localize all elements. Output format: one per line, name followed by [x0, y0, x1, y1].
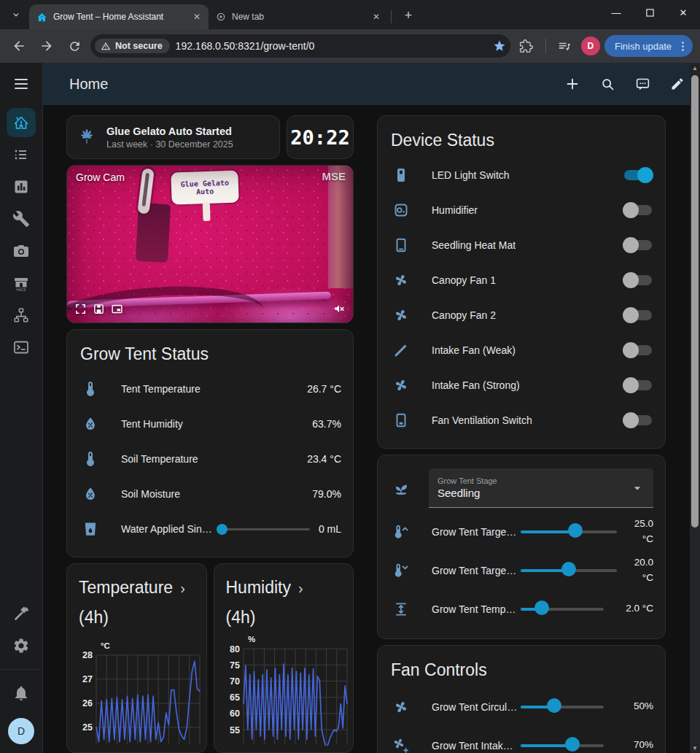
status-row[interactable]: Soil Temperature 23.4 °C [79, 441, 341, 476]
device-toggle[interactable] [623, 236, 653, 254]
water-percent-icon [82, 485, 99, 503]
address-bar[interactable]: Not secure 192.168.0.50:8321/grow-tent/0 [90, 34, 510, 58]
sidebar-item-network[interactable] [7, 301, 36, 330]
temperature-chart-card[interactable]: Temperature› (4h) 28272625°C [66, 563, 207, 753]
status-label: Soil Temperature [121, 453, 198, 465]
browser-menu-icon[interactable] [677, 42, 688, 51]
close-window-button[interactable]: ✕ [666, 0, 700, 25]
sidebar-item-camera[interactable] [7, 236, 36, 266]
water-applied-slider[interactable] [217, 522, 310, 536]
forward-button[interactable] [35, 34, 58, 58]
device-row[interactable]: Humidifier [389, 193, 653, 228]
finish-update-button[interactable]: Finish update [604, 35, 693, 57]
fan-speed-slider[interactable] [521, 735, 604, 753]
sidebar-item-notifications[interactable] [7, 679, 36, 708]
stage-target-slider[interactable] [521, 599, 604, 619]
tab-grow-tent[interactable]: Grow Tent – Home Assistant ✕ [29, 4, 209, 29]
grow-tent-stage-select[interactable]: Grow Tent Stage Seedling [429, 468, 653, 508]
device-toggle[interactable] [623, 201, 653, 219]
volume-mute-icon[interactable] [332, 302, 346, 318]
dashboard-content: Glue Gelato Auto Started Last week · 30 … [43, 105, 700, 753]
tab-search-button[interactable] [6, 4, 26, 25]
tab-close-icon[interactable]: ✕ [370, 11, 382, 23]
humidity-chart-card[interactable]: Humidity› (4h) 807570656055% [214, 563, 354, 753]
sidebar: HACS D [0, 63, 43, 753]
page-title: Home [69, 76, 108, 93]
assist-button[interactable] [630, 72, 655, 96]
sidebar-item-home-assistant[interactable] [7, 108, 36, 137]
device-toggle[interactable] [623, 306, 653, 324]
sidebar-menu-button[interactable] [0, 63, 42, 105]
scrollbar-thumb[interactable] [691, 75, 699, 528]
status-row[interactable]: Tent Temperature 26.7 °C [79, 371, 341, 406]
bookmark-star-icon[interactable] [493, 39, 506, 53]
fan-speed-row: Grow Tent Circula… 50% [389, 687, 653, 726]
device-toggle[interactable] [623, 271, 653, 289]
sidebar-item-hammer[interactable] [7, 599, 36, 628]
fan-card-title: Fan Controls [391, 660, 653, 680]
wrench-icon [12, 210, 30, 228]
sidebar-item-hacs[interactable]: HACS [7, 269, 36, 298]
security-chip[interactable]: Not secure [95, 39, 170, 53]
device-label: Intake Fan (Weak) [432, 344, 516, 356]
search-button[interactable] [595, 72, 620, 96]
fan-speed-slider[interactable] [521, 697, 604, 717]
device-toggle[interactable] [623, 341, 653, 359]
refresh-button[interactable] [63, 34, 86, 58]
scroll-up-arrow[interactable]: ▲ [692, 63, 698, 73]
tab-new-tab[interactable]: New tab ✕ [209, 4, 388, 29]
sidebar-item-terminal[interactable] [7, 333, 36, 362]
sidebar-item-wrench[interactable] [7, 204, 36, 233]
status-row[interactable]: Water Applied Sin… 0 mL [79, 511, 341, 547]
maximize-button[interactable] [633, 0, 666, 25]
sidebar-item-history-chart[interactable] [7, 172, 36, 201]
picture-in-picture-icon[interactable] [111, 303, 123, 318]
svg-text:%: % [248, 635, 255, 644]
page-scrollbar[interactable]: ▲ ▼ [690, 63, 700, 753]
fullscreen-icon[interactable] [74, 303, 87, 318]
new-tab-button[interactable]: + [399, 6, 418, 25]
device-row[interactable]: Fan Ventilation Switch [389, 403, 653, 438]
sidebar-item-todo-list[interactable] [7, 140, 36, 169]
heat-mat-icon [392, 236, 410, 254]
profile-avatar[interactable]: D [581, 36, 600, 55]
device-row[interactable]: LED Light Switch [389, 158, 653, 193]
tab-close-icon[interactable]: ✕ [191, 11, 203, 23]
device-row[interactable]: Canopy Fan 1 [389, 263, 653, 298]
status-label: Soil Moisture [121, 488, 180, 500]
status-row[interactable]: Tent Humidity 63.7% [79, 406, 341, 441]
edit-dashboard-button[interactable] [665, 72, 690, 96]
stage-target-slider[interactable] [521, 522, 617, 542]
stage-target-slider[interactable] [521, 560, 617, 581]
user-avatar[interactable]: D [8, 718, 34, 744]
scroll-down-arrow[interactable]: ▼ [692, 743, 698, 753]
add-card-button[interactable] [560, 72, 585, 96]
status-value: 79.0% [312, 488, 341, 500]
water-percent-icon [82, 415, 99, 433]
browser-toolbar: Not secure 192.168.0.50:8321/grow-tent/0… [0, 29, 700, 63]
arrow-expand-vertical-icon [392, 601, 410, 618]
device-row[interactable]: Canopy Fan 2 [389, 298, 653, 333]
device-row[interactable]: Seedling Heat Mat [389, 228, 653, 263]
url-text[interactable]: 192.168.0.50:8321/grow-tent/0 [176, 40, 487, 52]
event-card[interactable]: Glue Gelato Auto Started Last week · 30 … [66, 115, 280, 159]
camera-card[interactable]: Glue Gelato Auto Grow Cam MSE [66, 165, 354, 323]
device-row[interactable]: Intake Fan (Weak) [389, 333, 653, 368]
device-toggle[interactable] [623, 376, 653, 394]
stage-card: Grow Tent Stage Seedling Grow Tent Targe… [377, 455, 666, 639]
history-chart-icon [12, 178, 30, 196]
minimize-button[interactable]: — [599, 0, 633, 25]
device-toggle[interactable] [623, 166, 653, 184]
fan-icon [392, 306, 410, 324]
sidebar-divider [0, 669, 42, 670]
back-button[interactable] [7, 34, 31, 58]
security-label: Not secure [115, 41, 163, 51]
extensions-icon[interactable] [515, 34, 538, 58]
snapshot-save-icon[interactable] [93, 303, 105, 318]
device-toggle[interactable] [623, 412, 653, 429]
media-controls-icon[interactable] [553, 34, 577, 58]
device-row[interactable]: Intake Fan (Strong) [389, 368, 653, 403]
sidebar-item-gear[interactable] [7, 631, 36, 660]
status-row[interactable]: Soil Moisture 79.0% [79, 476, 341, 511]
slider-label: Grow Tent Circula… [432, 701, 518, 713]
